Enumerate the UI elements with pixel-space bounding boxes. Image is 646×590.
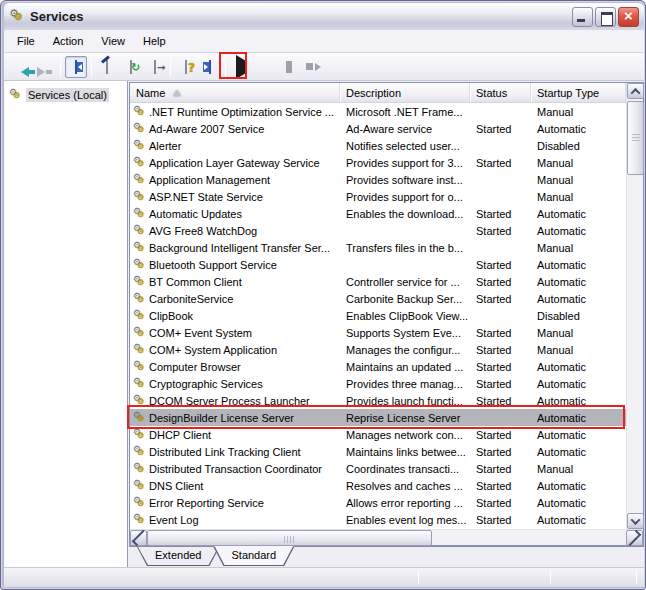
service-startup-type: Manual — [531, 344, 626, 356]
help-button[interactable]: ? — [175, 56, 197, 78]
menu-action[interactable]: Action — [44, 32, 93, 50]
export-list-button[interactable]: → — [144, 56, 166, 78]
menu-view[interactable]: View — [92, 32, 134, 50]
table-row[interactable]: ⚙⚙ Automatic Updates Enables the downloa… — [130, 205, 626, 222]
table-row[interactable]: ⚙⚙ Cryptographic Services Provides three… — [130, 375, 626, 392]
title-bar[interactable]: ⚙⚙ Services — [4, 3, 644, 30]
chevron-up-icon — [631, 87, 641, 97]
table-row[interactable]: ⚙⚙ COM+ System Application Manages the c… — [130, 341, 626, 358]
service-rows: ⚙⚙ .NET Runtime Optimization Service ...… — [130, 103, 626, 528]
service-gears-icon: ⚙⚙ — [133, 275, 147, 289]
thumb-grip — [632, 134, 640, 141]
table-row[interactable]: ⚙⚙ AVG Free8 WatchDog Started Automatic — [130, 222, 626, 239]
play-icon — [236, 61, 246, 73]
table-row[interactable]: ⚙⚙ Alerter Notifies selected user... Dis… — [130, 137, 626, 154]
service-status: Started — [470, 208, 531, 220]
service-status: Started — [470, 259, 531, 271]
tab-standard[interactable]: Standard — [213, 547, 294, 566]
table-row[interactable]: ⚙⚙ Application Layer Gateway Service Pro… — [130, 154, 626, 171]
service-name: Background Intelligent Transfer Ser... — [149, 242, 330, 254]
close-button[interactable] — [618, 7, 639, 27]
service-status: Started — [470, 463, 531, 475]
minimize-button[interactable] — [572, 7, 593, 27]
menu-file[interactable]: File — [8, 32, 44, 50]
view-tabs: ExtendedStandard — [129, 546, 644, 567]
table-row[interactable]: ⚙⚙ CarboniteService Carbonite Backup Ser… — [130, 290, 626, 307]
service-startup-type: Automatic — [531, 225, 626, 237]
service-description: Reprise License Server — [340, 412, 470, 424]
tab-extended[interactable]: Extended — [137, 547, 219, 566]
show-console-tree-button[interactable] — [65, 56, 87, 78]
service-description: Maintains an updated ... — [340, 361, 470, 373]
menu-help[interactable]: Help — [134, 32, 175, 50]
table-row[interactable]: ⚙⚙ DHCP Client Manages network con... St… — [130, 426, 626, 443]
vertical-scroll-thumb[interactable] — [627, 101, 644, 175]
list-header: NameDescriptionStatusStartup Type — [130, 83, 626, 103]
scroll-right-button[interactable] — [626, 530, 643, 546]
tree-item-services-local[interactable]: ⚙⚙ Services (Local) — [9, 88, 127, 102]
table-row[interactable]: ⚙⚙ ClipBook Enables ClipBook View... Dis… — [130, 307, 626, 324]
table-row[interactable]: ⚙⚙ Application Management Provides softw… — [130, 171, 626, 188]
service-name: Ad-Aware 2007 Service — [149, 123, 264, 135]
chevron-down-icon — [631, 515, 641, 525]
toolbar-separator — [60, 57, 61, 77]
chevron-right-icon — [625, 530, 641, 546]
service-gears-icon: ⚙⚙ — [133, 462, 147, 476]
table-row[interactable]: ⚙⚙ COM+ Event System Supports System Eve… — [130, 324, 626, 341]
maximize-button[interactable] — [595, 7, 616, 27]
back-button[interactable] — [10, 56, 32, 78]
service-name: Alerter — [149, 140, 181, 152]
table-row[interactable]: ⚙⚙ .NET Runtime Optimization Service ...… — [130, 103, 626, 120]
table-row[interactable]: ⚙⚙ DCOM Server Process Launcher Provides… — [130, 392, 626, 409]
table-row[interactable]: ⚙⚙ Distributed Transaction Coordinator C… — [130, 460, 626, 477]
table-row[interactable]: ⚙⚙ Computer Browser Maintains an updated… — [130, 358, 626, 375]
service-description: Microsoft .NET Frame... — [340, 106, 470, 118]
start-service-button[interactable] — [230, 56, 252, 78]
horizontal-scrollbar[interactable] — [130, 529, 643, 545]
service-status: Started — [470, 344, 531, 356]
column-header-startup-type[interactable]: Startup Type — [531, 83, 626, 102]
properties-button[interactable] — [96, 56, 118, 78]
services-app-icon: ⚙⚙ — [9, 9, 25, 24]
window-right-pane-icon — [209, 61, 211, 73]
service-startup-type: Disabled — [531, 140, 626, 152]
table-row[interactable]: ⚙⚙ Distributed Link Tracking Client Main… — [130, 443, 626, 460]
status-separator — [636, 571, 637, 584]
table-row[interactable]: ⚙⚙ Error Reporting Service Allows error … — [130, 494, 626, 511]
scroll-left-button[interactable] — [130, 530, 147, 546]
service-gears-icon: ⚙⚙ — [133, 411, 147, 425]
service-status: Started — [470, 293, 531, 305]
table-row[interactable]: ⚙⚙ Background Intelligent Transfer Ser..… — [130, 239, 626, 256]
scroll-up-button[interactable] — [627, 83, 644, 99]
service-gears-icon: ⚙⚙ — [133, 139, 147, 153]
scroll-down-button[interactable] — [627, 513, 644, 529]
show-action-pane-button[interactable] — [199, 56, 221, 78]
table-row[interactable]: ⚙⚙ DNS Client Resolves and caches ... St… — [130, 477, 626, 494]
table-row[interactable]: ⚙⚙ Bluetooth Support Service Started Aut… — [130, 256, 626, 273]
service-description: Provides support for o... — [340, 191, 470, 203]
table-row[interactable]: ⚙⚙ Ad-Aware 2007 Service Ad-Aware servic… — [130, 120, 626, 137]
doc-export-icon: → — [154, 61, 156, 73]
service-startup-type: Automatic — [531, 514, 626, 526]
service-startup-type: Automatic — [531, 361, 626, 373]
service-gears-icon: ⚙⚙ — [133, 258, 147, 272]
toolbar-separator — [170, 57, 171, 77]
service-gears-icon: ⚙⚙ — [133, 105, 147, 119]
service-description: Supports System Eve... — [340, 327, 470, 339]
column-header-description[interactable]: Description — [340, 83, 470, 102]
table-row[interactable]: ⚙⚙ BT Common Client Controller service f… — [130, 273, 626, 290]
table-row[interactable]: ⚙⚙ DesignBuilder License Server Reprise … — [130, 409, 626, 426]
column-header-status[interactable]: Status — [470, 83, 531, 102]
vertical-scrollbar[interactable] — [626, 83, 643, 529]
service-startup-type: Automatic — [531, 429, 626, 441]
horizontal-scroll-thumb[interactable] — [147, 530, 432, 546]
console-tree-panel: ⚙⚙ Services (Local) — [5, 81, 128, 567]
service-startup-type: Automatic — [531, 480, 626, 492]
service-status: Started — [470, 276, 531, 288]
service-name: Bluetooth Support Service — [149, 259, 277, 271]
refresh-button[interactable]: ↻ — [120, 56, 142, 78]
table-row[interactable]: ⚙⚙ Event Log Enables event log mes... St… — [130, 511, 626, 528]
column-header-name[interactable]: Name — [130, 83, 340, 102]
table-row[interactable]: ⚙⚙ ASP.NET State Service Provides suppor… — [130, 188, 626, 205]
service-description: Notifies selected user... — [340, 140, 470, 152]
